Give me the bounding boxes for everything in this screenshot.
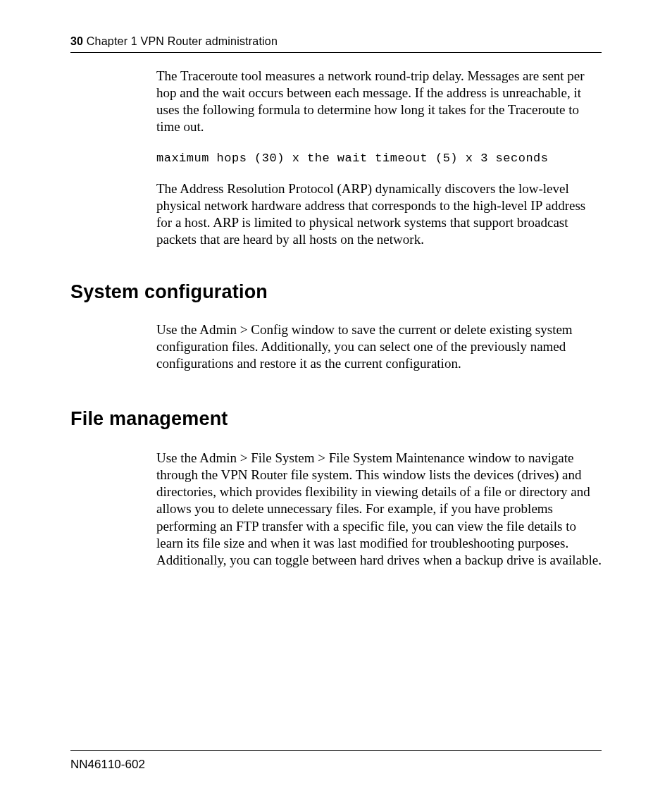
page-number: 30 <box>70 35 83 47</box>
heading-system-configuration: System configuration <box>70 281 268 303</box>
intro-block: The Traceroute tool measures a network r… <box>156 68 602 264</box>
paragraph-arp: The Address Resolution Protocol (ARP) dy… <box>156 180 602 249</box>
footer-rule <box>70 750 602 751</box>
doc-number: NN46110-602 <box>70 758 602 772</box>
chapter-title: Chapter 1 VPN Router administration <box>87 35 278 47</box>
system-configuration-body: Use the Admin > Config window to save th… <box>156 321 602 388</box>
paragraph-traceroute: The Traceroute tool measures a network r… <box>156 68 602 136</box>
running-head: 30 Chapter 1 VPN Router administration <box>70 35 602 48</box>
page-header: 30 Chapter 1 VPN Router administration <box>70 35 602 58</box>
header-rule <box>70 52 602 53</box>
paragraph-sysconf: Use the Admin > Config window to save th… <box>156 321 602 372</box>
file-management-body: Use the Admin > File System > File Syste… <box>156 450 602 584</box>
page-footer: NN46110-602 <box>70 750 602 772</box>
paragraph-filemgmt: Use the Admin > File System > File Syste… <box>156 450 602 569</box>
page: 30 Chapter 1 VPN Router administration T… <box>0 0 672 807</box>
heading-file-management: File management <box>70 408 228 430</box>
code-formula: maximum hops (30) x the wait timeout (5)… <box>156 152 602 165</box>
